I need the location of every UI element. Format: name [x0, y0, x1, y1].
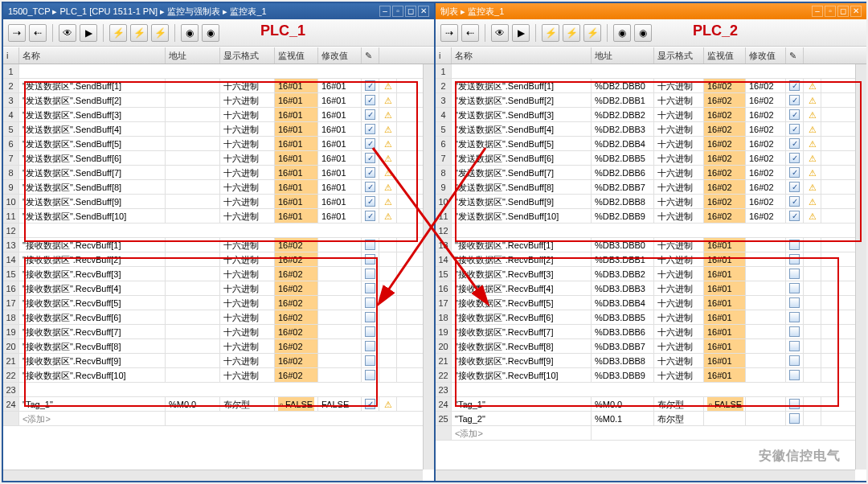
cell-checkbox[interactable] — [362, 180, 379, 194]
cell-modify-value[interactable] — [318, 252, 362, 266]
table-row[interactable]: 12 — [3, 224, 434, 238]
table-row[interactable]: 11"发送数据区".SendBuff[10]%DB2.DBB9十六进制16#02… — [436, 209, 866, 224]
cell-format[interactable]: 十六进制 — [220, 166, 275, 179]
cell-format[interactable]: 十六进制 — [220, 93, 275, 107]
cell-address[interactable]: %M0.0 — [592, 397, 654, 411]
checkbox-icon[interactable] — [789, 399, 800, 409]
checkbox-icon[interactable] — [789, 153, 800, 163]
cell-name[interactable]: "接收数据区".RecvBuff[10] — [19, 368, 166, 382]
cell-format[interactable]: 十六进制 — [220, 339, 275, 353]
cell-checkbox[interactable] — [362, 281, 379, 295]
cell-modify-value[interactable] — [746, 281, 786, 295]
cell-checkbox[interactable] — [362, 238, 379, 252]
cell-address[interactable]: %DB2.DBB8 — [592, 195, 654, 208]
cell-modify-value[interactable]: 16#01 — [318, 108, 362, 121]
tool-icon-2r[interactable]: ⇠ — [461, 24, 479, 42]
checkbox-icon[interactable] — [365, 370, 375, 380]
cell-format[interactable]: 十六进制 — [654, 281, 704, 295]
table-row[interactable]: 14"接收数据区".RecvBuff[2]%DB3.DBB1十六进制16#01 — [436, 252, 866, 267]
cell-format[interactable]: 十六进制 — [220, 310, 275, 324]
cell-modify-value[interactable]: 16#02 — [746, 180, 786, 194]
cell-checkbox[interactable] — [362, 166, 379, 179]
cell-address[interactable]: %DB3.DBB2 — [592, 267, 654, 281]
checkbox-icon[interactable] — [789, 182, 800, 192]
cell-checkbox[interactable] — [786, 281, 804, 295]
col-name[interactable]: 名称 — [19, 47, 166, 64]
table-row[interactable]: 21"接收数据区".RecvBuff[9]十六进制16#02 — [3, 354, 434, 368]
table-row[interactable]: 13"接收数据区".RecvBuff[1]十六进制16#02 — [3, 238, 434, 252]
checkbox-icon[interactable] — [365, 254, 375, 265]
table-row[interactable]: 17"接收数据区".RecvBuff[5]%DB3.DBB4十六进制16#01 — [436, 296, 866, 310]
cell-name[interactable]: "接收数据区".RecvBuff[8] — [452, 339, 592, 353]
cell-address[interactable]: %DB3.DBB0 — [592, 238, 654, 252]
table-row[interactable]: 10"发送数据区".SendBuff[9]%DB2.DBB8十六进制16#021… — [436, 195, 866, 209]
cell-modify-value[interactable]: 16#01 — [318, 195, 362, 208]
cell-modify-value[interactable] — [318, 368, 362, 382]
cell-format[interactable]: 十六进制 — [220, 325, 275, 338]
table-row[interactable]: 22"接收数据区".RecvBuff[10]十六进制16#02 — [3, 368, 434, 383]
cell-address[interactable] — [166, 122, 220, 136]
cell-checkbox[interactable] — [786, 296, 804, 310]
cell-modify-value[interactable]: 16#02 — [746, 151, 786, 165]
cell-format[interactable]: 十六进制 — [654, 209, 704, 223]
tool-go-icon-r[interactable]: ▶ — [512, 24, 530, 42]
cell-address[interactable] — [166, 79, 220, 92]
cell-format[interactable]: 十六进制 — [220, 296, 275, 310]
cell-name[interactable]: "接收数据区".RecvBuff[2] — [452, 252, 592, 266]
cell-address[interactable]: %DB3.DBB4 — [592, 296, 654, 310]
cell-name[interactable]: "发送数据区".SendBuff[4] — [19, 122, 166, 136]
scrollbar-v-left[interactable] — [423, 64, 434, 470]
cell-format[interactable]: 十六进制 — [654, 354, 704, 367]
checkbox-icon[interactable] — [789, 370, 800, 380]
table-row[interactable]: 11"发送数据区".SendBuff[10]十六进制16#0116#01 — [3, 209, 434, 224]
cell-name[interactable]: "发送数据区".SendBuff[7] — [452, 166, 592, 179]
checkbox-icon[interactable] — [365, 196, 375, 207]
cell-checkbox[interactable] — [786, 180, 804, 194]
cell-format[interactable]: 十六进制 — [654, 195, 704, 208]
cell-format[interactable]: 十六进制 — [654, 180, 704, 194]
cell-checkbox[interactable] — [362, 79, 379, 92]
cell-address[interactable] — [166, 325, 220, 338]
cell-modify-value[interactable]: 16#02 — [746, 93, 786, 107]
cell-modify-value[interactable] — [318, 354, 362, 367]
cell-address[interactable] — [166, 310, 220, 324]
cell-modify-value[interactable] — [746, 354, 786, 367]
checkbox-icon[interactable] — [365, 341, 375, 351]
cell-address[interactable] — [166, 339, 220, 353]
cell-format[interactable]: 十六进制 — [654, 325, 704, 338]
checkbox-icon[interactable] — [365, 283, 375, 293]
cell-name[interactable]: "接收数据区".RecvBuff[1] — [452, 238, 592, 252]
cell-name[interactable]: "发送数据区".SendBuff[9] — [19, 195, 166, 208]
table-row[interactable]: 16"接收数据区".RecvBuff[4]%DB3.DBB3十六进制16#01 — [436, 281, 866, 296]
cell-address[interactable]: %M0.1 — [592, 412, 654, 425]
tool-flash3-icon-r[interactable]: ⚡ — [583, 24, 601, 42]
cell-modify-value[interactable] — [318, 310, 362, 324]
cell-format[interactable]: 十六进制 — [220, 151, 275, 165]
cell-modify-value[interactable]: 16#01 — [318, 180, 362, 194]
cell-checkbox[interactable] — [362, 93, 379, 107]
cell-modify-value[interactable] — [746, 397, 786, 411]
table-row[interactable]: 15"接收数据区".RecvBuff[3]%DB3.DBB2十六进制16#01 — [436, 267, 866, 281]
cell-modify-value[interactable]: 16#02 — [746, 209, 786, 223]
cell-checkbox[interactable] — [786, 209, 804, 223]
cell-name[interactable]: "接收数据区".RecvBuff[6] — [452, 310, 592, 324]
cell-address[interactable]: %DB2.DBB9 — [592, 209, 654, 223]
table-row[interactable]: 14"接收数据区".RecvBuff[2]十六进制16#02 — [3, 252, 434, 267]
cell-modify-value[interactable]: 16#02 — [746, 79, 786, 92]
checkbox-icon[interactable] — [365, 167, 375, 178]
checkbox-icon[interactable] — [365, 269, 375, 279]
cell-format[interactable]: 布尔型 — [220, 397, 275, 411]
cell-checkbox[interactable] — [786, 195, 804, 208]
cell-modify-value[interactable]: 16#02 — [746, 166, 786, 179]
cell-checkbox[interactable] — [786, 397, 804, 411]
cell-format[interactable]: 十六进制 — [220, 180, 275, 194]
checkbox-icon[interactable] — [365, 153, 375, 163]
table-row[interactable]: 18"接收数据区".RecvBuff[6]十六进制16#02 — [3, 310, 434, 325]
cell-address[interactable] — [166, 166, 220, 179]
tool-icon-2[interactable]: ⇠ — [29, 24, 47, 42]
checkbox-icon[interactable] — [789, 283, 800, 293]
checkbox-icon[interactable] — [365, 80, 375, 91]
cell-format[interactable]: 十六进制 — [654, 93, 704, 107]
cell-checkbox[interactable] — [786, 339, 804, 353]
cell-address[interactable]: %DB2.DBB7 — [592, 180, 654, 194]
